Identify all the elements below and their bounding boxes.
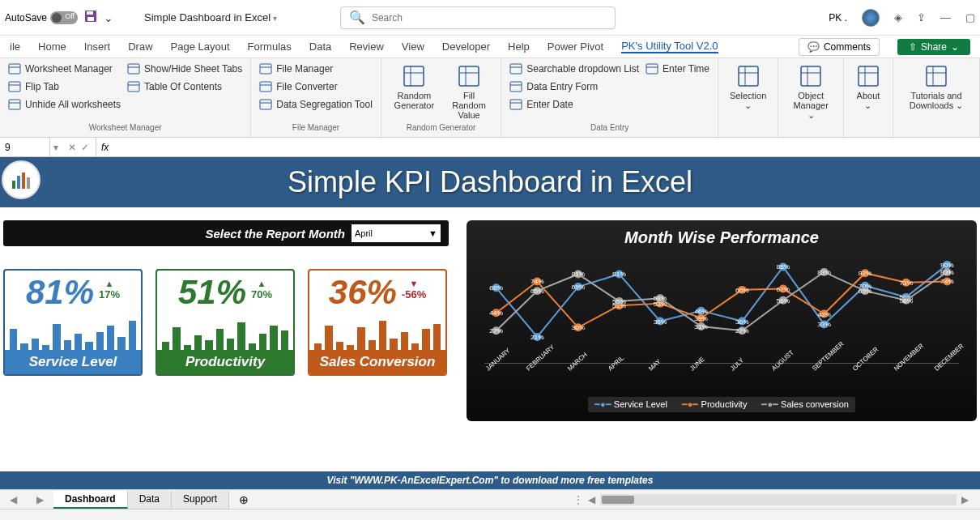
quick-access-dropdown-icon[interactable]: ⌄ <box>104 11 113 24</box>
confirm-icon[interactable]: ✓ <box>81 142 89 153</box>
svg-text:27%: 27% <box>735 327 749 335</box>
ribbon-item-label: Random Generator <box>393 91 436 110</box>
svg-rect-1 <box>87 11 93 15</box>
sheet-tab-dashboard[interactable]: Dashboard <box>53 491 128 509</box>
legend-productivity: Productivity <box>682 399 748 410</box>
name-box[interactable]: 9 <box>0 138 50 156</box>
ribbon-icon <box>798 63 824 89</box>
svg-rect-42 <box>927 66 946 86</box>
ribbon-icon <box>127 80 140 93</box>
namebox-dropdown-icon[interactable]: ▾ <box>50 142 62 153</box>
svg-text:83%: 83% <box>940 269 954 276</box>
ribbon-show-hide-sheet-tabs[interactable]: Show/Hide Sheet Tabs <box>126 62 244 76</box>
user-label[interactable]: PK . <box>829 12 847 23</box>
autosave-control[interactable]: AutoSave <box>5 11 78 24</box>
month-dropdown[interactable]: April ▼ <box>352 224 441 242</box>
svg-rect-9 <box>128 64 139 74</box>
svg-text:31%: 31% <box>694 323 708 330</box>
svg-text:81%: 81% <box>572 271 586 279</box>
search-input[interactable] <box>372 12 607 23</box>
ribbon-item-label: File Manager <box>276 63 333 75</box>
kpi-value: 36% <box>329 275 397 309</box>
kpi-value: 81% <box>26 275 94 309</box>
ribbon-worksheet-manager[interactable]: Worksheet Manager <box>6 62 122 76</box>
menu-tab-formulas[interactable]: Formulas <box>248 40 292 53</box>
user-avatar-icon[interactable] <box>862 9 880 27</box>
cancel-icon[interactable]: ✕ <box>68 142 76 153</box>
menu-tab-draw[interactable]: Draw <box>128 40 152 53</box>
save-icon[interactable] <box>84 10 97 26</box>
maximize-icon[interactable]: ▢ <box>965 11 975 23</box>
ribbon-icon <box>8 98 21 111</box>
ribbon-enter-date[interactable]: Enter Date <box>508 97 641 112</box>
svg-text:21%: 21% <box>530 334 544 341</box>
sheet-nav-prev-icon[interactable]: ◀ <box>0 494 27 505</box>
ribbon-selection[interactable]: Selection <box>725 62 771 113</box>
ribbon-item-label: Unhide All worksheets <box>25 99 121 110</box>
svg-rect-46 <box>17 176 20 189</box>
horizontal-scrollbar[interactable] <box>600 494 957 505</box>
ribbon-object-manager[interactable]: Object Manager <box>785 62 837 122</box>
menu-tab-insert[interactable]: Insert <box>84 40 111 53</box>
ribbon-enter-time[interactable]: Enter Time <box>644 62 711 76</box>
svg-text:65%: 65% <box>859 288 872 295</box>
ribbon-group-label: Random Generator <box>388 123 494 134</box>
menu-tab-home[interactable]: Home <box>38 40 66 53</box>
menu-tab-pk-s-utility-tool-v2-0[interactable]: PK's Utility Tool V2.0 <box>621 40 718 53</box>
add-sheet-button[interactable]: ⊕ <box>229 493 258 506</box>
ribbon-tutorials-and-downloads[interactable]: Tutorials and Downloads <box>900 62 973 113</box>
svg-rect-17 <box>260 100 271 109</box>
ribbon-unhide-all-worksheets[interactable]: Unhide All worksheets <box>6 97 122 112</box>
autosave-toggle[interactable] <box>50 11 78 24</box>
menu-tab-power-pivot[interactable]: Power Pivot <box>548 40 603 53</box>
chart-box: Month Wise Performance 68%21%69%81%36%46… <box>467 220 977 421</box>
ribbon-fill-random-value[interactable]: Fill Random Value <box>444 62 494 121</box>
svg-rect-39 <box>859 66 878 86</box>
scroll-left-icon[interactable]: ◀ <box>585 494 599 505</box>
share-label: Share <box>921 41 947 53</box>
menu-tab-view[interactable]: View <box>402 40 424 53</box>
comments-button[interactable]: 💬 Comments <box>799 38 880 56</box>
scroll-right-icon[interactable]: ▶ <box>958 494 972 505</box>
ribbon-item-label: Selection <box>730 91 766 111</box>
svg-text:82%: 82% <box>859 270 872 277</box>
ribbon-data-entry-form[interactable]: Data Entry Form <box>508 79 641 94</box>
menu-tab-help[interactable]: Help <box>508 40 530 53</box>
chevron-down-icon: ⌄ <box>951 41 959 53</box>
ribbon-random-generator[interactable]: Random Generator <box>388 62 441 121</box>
search-box[interactable]: 🔍 <box>340 6 616 29</box>
ribbon-flip-tab[interactable]: Flip Tab <box>6 79 122 94</box>
svg-text:88%: 88% <box>777 264 790 271</box>
sheet-tab-support[interactable]: Support <box>172 491 229 509</box>
pending-icon[interactable]: ⇪ <box>917 11 926 23</box>
ribbon-group-label: File Manager <box>258 123 374 134</box>
sheet-tab-data[interactable]: Data <box>128 491 172 509</box>
menu-tab-data[interactable]: Data <box>309 40 331 53</box>
ribbon-icon <box>509 80 522 93</box>
menu-tab-ile[interactable]: ile <box>10 40 20 53</box>
sheet-nav-next-icon[interactable]: ▶ <box>27 494 53 505</box>
ribbon-table-of-contents[interactable]: Table Of Contents <box>126 79 244 94</box>
ribbon-data-segregation-tool[interactable]: Data Segregation Tool <box>258 97 374 112</box>
month-select-bar: Select the Report Month April ▼ <box>3 220 449 246</box>
ribbon-item-label: Enter Time <box>663 63 709 75</box>
svg-rect-48 <box>27 177 30 189</box>
ribbon-file-converter[interactable]: File Converter <box>258 79 374 94</box>
search-icon: 🔍 <box>349 10 365 25</box>
file-title[interactable]: Simple Dashboard in Excel <box>144 11 277 23</box>
ribbon-about[interactable]: About <box>850 62 886 113</box>
svg-rect-22 <box>459 66 479 86</box>
menu-tab-developer[interactable]: Developer <box>442 40 490 53</box>
menu-tab-page-layout[interactable]: Page Layout <box>171 40 230 53</box>
tab-split-icon[interactable]: ⋮ <box>573 494 583 505</box>
kpi-value: 51% <box>178 275 246 309</box>
ribbon-group-label: Data Entry <box>508 123 711 134</box>
fx-label[interactable]: fx <box>96 142 113 153</box>
formula-bar: 9 ▾ ✕ ✓ fx <box>0 138 980 157</box>
ribbon-file-manager[interactable]: File Manager <box>258 62 374 76</box>
ribbon-searchable-dropdown-list[interactable]: Searchable dropdown List <box>508 62 641 76</box>
share-button[interactable]: ⇧ Share ⌄ <box>897 39 970 55</box>
minimize-icon[interactable]: — <box>940 11 951 23</box>
menu-tab-review[interactable]: Review <box>349 40 384 53</box>
diamond-icon[interactable]: ◈ <box>894 11 902 23</box>
